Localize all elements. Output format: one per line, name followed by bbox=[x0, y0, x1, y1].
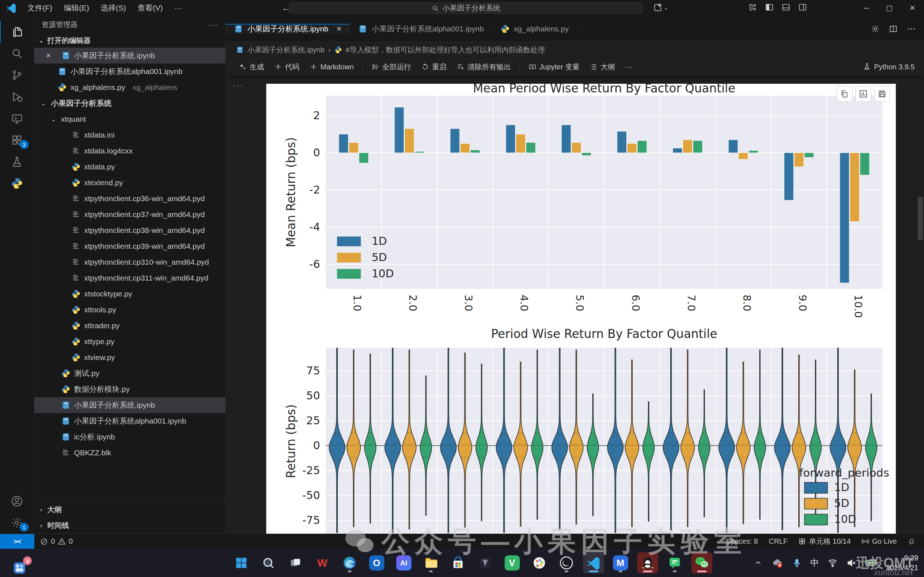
copilot-button[interactable]: ⌄ bbox=[653, 3, 668, 12]
tree-file[interactable]: xtpythonclient.cp37-win_amd64.pyd bbox=[34, 206, 226, 222]
tree-file[interactable]: xtpythonclient.cp38-win_amd64.pyd bbox=[34, 222, 226, 238]
editor-settings-icon[interactable] bbox=[871, 24, 880, 34]
tree-file[interactable]: xttype.py bbox=[34, 334, 226, 350]
editor-more-icon[interactable] bbox=[907, 24, 916, 34]
activity-accounts[interactable] bbox=[0, 490, 34, 512]
tray-tray-expand[interactable] bbox=[754, 559, 763, 567]
split-editor-icon[interactable] bbox=[889, 24, 898, 34]
taskbar-start[interactable] bbox=[231, 553, 252, 574]
open-editor-item[interactable]: ✕小果因子分析系统.ipynb bbox=[34, 48, 226, 64]
tree-file[interactable]: 数据分析模块.py bbox=[34, 381, 226, 397]
remote-indicator[interactable]: >< bbox=[0, 534, 34, 549]
toolbar-生成[interactable]: 生成 bbox=[234, 60, 268, 74]
tree-file[interactable]: 小果因子分析系统.ipynb bbox=[34, 397, 226, 413]
problems-indicator[interactable]: 0 0 bbox=[34, 537, 73, 546]
breadcrumb-cell[interactable]: #导入模型，数据可以外部处理好导入也可以利用内部函数处理 bbox=[346, 45, 545, 55]
taskbar-outlook[interactable]: O bbox=[366, 553, 387, 574]
status-go-live[interactable]: Go Live bbox=[861, 537, 897, 546]
output-save-button[interactable] bbox=[874, 86, 890, 102]
taskbar-qq[interactable] bbox=[637, 553, 658, 574]
status-indent[interactable]: Spaces: 8 bbox=[726, 537, 758, 546]
tree-file[interactable]: 小果因子分析系统alpha001.ipynb bbox=[34, 413, 226, 429]
close-button[interactable]: ✕ bbox=[901, 0, 924, 16]
tree-file[interactable]: QBKZZ.blk bbox=[34, 445, 226, 461]
tree-file[interactable]: xtpythonclient.cp36-win_amd64.pyd bbox=[34, 191, 226, 206]
toolbar-Jupyter 变量[interactable]: Jupyter 变量 bbox=[524, 60, 584, 74]
toggle-panel-icon[interactable] bbox=[782, 3, 790, 11]
menu-item-3[interactable]: 选择(S) bbox=[95, 2, 132, 14]
open-editor-item[interactable]: 小果因子分析系统alpha001.ipynb bbox=[34, 64, 226, 79]
status-notifications[interactable] bbox=[908, 538, 915, 545]
tree-file[interactable]: 测试.py bbox=[34, 366, 226, 381]
command-center-search[interactable]: 小果因子分析系统 bbox=[289, 3, 643, 14]
taskbar-ai-app[interactable]: AI bbox=[393, 553, 414, 574]
toolbar-重启[interactable]: 重启 bbox=[417, 60, 451, 74]
taskbar-wechat[interactable] bbox=[691, 553, 712, 574]
activity-remote-explorer[interactable] bbox=[0, 108, 34, 129]
tree-file[interactable]: xtpythonclient.cp311-win_amd64.pyd bbox=[34, 270, 226, 286]
activity-extensions[interactable]: 3 bbox=[0, 129, 34, 151]
status-eol[interactable]: CRLF bbox=[769, 537, 787, 546]
tab-小果因子分析系统.ipynb[interactable]: 小果因子分析系统.ipynb✕ bbox=[226, 24, 350, 34]
editor-scrollbar[interactable] bbox=[918, 197, 923, 240]
sidebar-more-actions[interactable]: ··· bbox=[209, 21, 218, 29]
tray-battery[interactable] bbox=[865, 557, 877, 569]
tray-wifi[interactable] bbox=[827, 558, 838, 568]
open-editors-header[interactable]: ⌄ 打开的编辑器 bbox=[34, 33, 226, 48]
tree-file[interactable]: ic分析.ipynb bbox=[34, 429, 226, 445]
activity-testing[interactable] bbox=[0, 151, 34, 172]
taskbar-file-explorer[interactable] bbox=[421, 553, 442, 574]
tree-file[interactable]: xtview.py bbox=[34, 350, 226, 366]
taskbar-chat-app[interactable] bbox=[664, 553, 685, 574]
tab-close-icon[interactable]: ✕ bbox=[336, 25, 342, 33]
activity-explorer[interactable] bbox=[0, 21, 34, 43]
menu-more[interactable]: ··· bbox=[169, 2, 188, 14]
taskbar-widgets[interactable]: 3 bbox=[10, 559, 29, 577]
open-editor-item[interactable]: xg_alphalens.pyxg_alphalens bbox=[34, 79, 226, 95]
cell-more-actions[interactable]: ··· bbox=[233, 80, 244, 90]
section-outline[interactable]: ›大纲 bbox=[34, 502, 226, 518]
breadcrumb-file[interactable]: 小果因子分析系统.ipynb bbox=[247, 45, 324, 55]
taskbar-store[interactable] bbox=[448, 553, 469, 574]
layout-customize-icon[interactable] bbox=[748, 3, 757, 11]
taskbar-game[interactable] bbox=[475, 553, 496, 574]
tree-file[interactable]: xttools.py bbox=[34, 302, 226, 318]
menu-item-4[interactable]: 查看(V) bbox=[132, 2, 169, 14]
activity-settings[interactable]: 1 bbox=[0, 512, 34, 533]
taskbar-search-app[interactable] bbox=[258, 553, 279, 574]
tray-volume-muted[interactable] bbox=[847, 558, 856, 568]
tray-ime[interactable]: 中 bbox=[810, 557, 819, 569]
tree-folder[interactable]: ⌄xtquant bbox=[34, 111, 226, 127]
toolbar-大纲[interactable]: 大纲 bbox=[585, 60, 619, 74]
tree-file[interactable]: xtpythonclient.cp39-win_amd64.pyd bbox=[34, 238, 226, 254]
toolbar-代码[interactable]: 代码 bbox=[270, 60, 304, 74]
tree-file[interactable]: xtdata.ini bbox=[34, 127, 226, 143]
status-cell-indicator[interactable]: 单元格 10/14 bbox=[798, 537, 851, 546]
tree-file[interactable]: xtstocktype.py bbox=[34, 286, 226, 302]
kernel-picker[interactable]: Python 3.9.5 bbox=[863, 63, 924, 71]
close-icon[interactable]: ✕ bbox=[43, 52, 54, 60]
tree-folder[interactable]: ⌄小果因子分析系统 bbox=[34, 95, 226, 111]
tray-onedrive[interactable] bbox=[771, 557, 784, 569]
tab-小果因子分析系统alpha001.ipynb[interactable]: 小果因子分析系统alpha001.ipynb bbox=[350, 24, 492, 34]
activity-search[interactable] bbox=[0, 43, 34, 64]
taskbar-paint[interactable] bbox=[529, 553, 550, 574]
activity-python[interactable] bbox=[0, 172, 34, 194]
taskbar-edge[interactable] bbox=[339, 553, 360, 574]
toggle-sidebar-icon[interactable] bbox=[765, 3, 774, 11]
taskbar-clock[interactable]: 9:292026/4/21 bbox=[886, 553, 918, 573]
menu-item-2[interactable]: 编辑(E) bbox=[58, 2, 95, 14]
maximize-button[interactable]: ▢ bbox=[878, 0, 901, 16]
tree-file[interactable]: xtextend.py bbox=[34, 175, 226, 191]
output-chart-button[interactable] bbox=[855, 86, 871, 102]
taskbar-m-app[interactable]: M bbox=[610, 553, 631, 574]
taskbar-obs[interactable] bbox=[556, 553, 577, 574]
toolbar-全部运行[interactable]: 全部运行 bbox=[367, 60, 415, 74]
activity-source-control[interactable] bbox=[0, 64, 34, 86]
toolbar-Markdown[interactable]: Markdown bbox=[305, 61, 358, 73]
output-copy-button[interactable] bbox=[837, 86, 853, 102]
tray-mic[interactable] bbox=[792, 558, 801, 567]
tree-file[interactable]: xtpythonclient.cp310-win_amd64.pyd bbox=[34, 254, 226, 270]
taskbar-v-app[interactable]: V bbox=[502, 553, 523, 574]
toggle-secondary-sidebar-icon[interactable] bbox=[798, 3, 807, 11]
